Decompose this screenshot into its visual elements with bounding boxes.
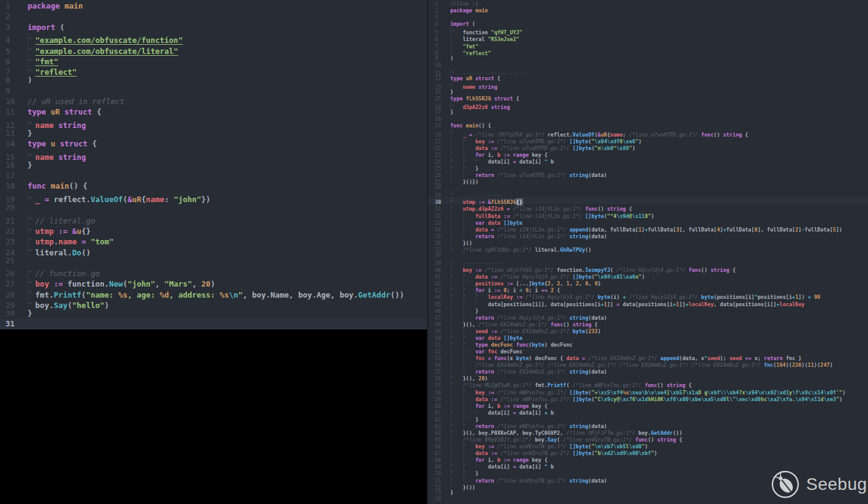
code-line[interactable]: 64→}(), boy.P0XKoCAP, boy.TyC0GVP2, /*li…	[428, 428, 868, 435]
code-line[interactable]: 24→→→data[i] = data[i] ^ b	[428, 157, 868, 164]
code-line[interactable]: 58→→key := /*line mNPie7nu.go:1*/ []byte…	[428, 387, 868, 394]
code-line[interactable]: 69→→→data[i] = data[i] ^ b	[428, 462, 868, 468]
code-line[interactable]: 61→→→data[i] = data[i] + b	[428, 408, 868, 415]
code-line[interactable]: 3	[428, 14, 868, 21]
code-line[interactable]: 51→→type decFunc func(byte) decFunc	[428, 340, 868, 347]
code-line[interactable]: 55→→return /*line EX24m0sZ.go:1*/ string…	[428, 367, 868, 374]
code-line[interactable]: 47→→return /*line HqiylUj4.go:1*/ string…	[428, 313, 868, 320]
code-line[interactable]: 42→→positions := [...]byte{2, 2, 1, 2, 0…	[428, 279, 868, 285]
code-line[interactable]: 45→→→data[positions[i]], data[positions[…	[428, 299, 868, 306]
code-line[interactable]: 39→·············	[428, 258, 868, 265]
code-line[interactable]: 30}	[0, 308, 427, 318]
code-line[interactable]: 13→name string	[428, 82, 868, 89]
code-line[interactable]: 26→→return /*line u7voHTPD.go:1*/ string…	[428, 170, 868, 177]
code-line[interactable]: 14type u struct {	[0, 138, 427, 149]
code-line[interactable]: 4→"example.com/obfuscate/function"	[0, 32, 427, 43]
code-line[interactable]: 4import (	[428, 21, 868, 28]
code-line[interactable]: 5→function "qfHT_UYJ"	[428, 28, 868, 34]
code-line[interactable]: 21→// literal.go	[0, 213, 427, 223]
code-line[interactable]: 10// uR used in reflect	[0, 96, 427, 107]
code-line[interactable]: 59→→data := /*line mNPie7nu.go:1*/ []byt…	[428, 394, 868, 401]
code-line[interactable]: 50→→var data []byte	[428, 333, 868, 340]
code-line[interactable]: 67→→data := /*line onVQroTN.go:1*/ []byt…	[428, 448, 868, 455]
code-line[interactable]: 31→utmp.d3pAZ2z6 = /*line i14jYL3x.go:1*…	[428, 204, 868, 211]
code-line[interactable]: 33→→var data []byte	[428, 218, 868, 225]
code-line[interactable]: 20→_ = /*line lM7Fp29X.go:1*/ reflect.Va…	[428, 129, 868, 136]
code-line[interactable]: 25	[0, 255, 427, 266]
code-line[interactable]: 16}	[0, 160, 427, 170]
code-line[interactable]: 49→→seed := /*line EX24m0sZ.go:1*/ byte(…	[428, 326, 868, 333]
code-line[interactable]: 46→→}	[428, 306, 868, 313]
code-line[interactable]: 35→→return /*line i14jYL3x.go:1*/ string…	[428, 231, 868, 238]
code-line[interactable]: 11→····················	[428, 69, 868, 75]
code-line[interactable]: 60→→for i, b := range key {	[428, 401, 868, 408]
code-line-current[interactable]: 31	[0, 318, 427, 329]
code-line[interactable]: 16→d3pAZ2z6 string	[428, 102, 868, 109]
code-line[interactable]: 41→→data := /*line HqiylUj4.go:1*/ []byt…	[428, 272, 868, 279]
code-line[interactable]: 18	[428, 116, 868, 122]
code-line[interactable]: 28→fmt.Printf("name: %s, age: %d, addres…	[0, 287, 427, 297]
source-code-editor-panel[interactable]: 1package main23import (4→"example.com/ob…	[0, 0, 427, 329]
code-line[interactable]: 48→}(), /*line EX24m0sZ.go:1*/ func() st…	[428, 320, 868, 326]
code-line[interactable]: 2package main	[428, 7, 868, 14]
code-line[interactable]: 2	[0, 11, 427, 21]
code-line[interactable]: 19func main() {	[428, 122, 868, 129]
code-line[interactable]: 15→name string	[0, 149, 427, 159]
code-line[interactable]: 22→→data := /*line u7voHTPD.go:1*/ []byt…	[428, 143, 868, 150]
code-line[interactable]: 26→// function.go	[0, 266, 427, 276]
code-line[interactable]: 27→boy := function.New("john", "Mars", 2…	[0, 276, 427, 287]
code-line[interactable]: 19→_ = reflect.ValueOf(&uR{name: "john"}…	[0, 192, 427, 202]
code-line[interactable]: 29→·············	[428, 190, 868, 197]
code-line[interactable]: 56→}(), 20)	[428, 374, 868, 380]
code-line[interactable]: 13}	[0, 128, 427, 138]
code-line[interactable]: 23→→for i, b := range key {	[428, 150, 868, 157]
code-line[interactable]: 12→name string	[0, 117, 427, 127]
code-line[interactable]: 20	[0, 202, 427, 213]
code-line[interactable]: 24→literal.Do()	[0, 244, 427, 255]
code-line[interactable]: 10	[428, 62, 868, 69]
code-line[interactable]: 8→"reflect"	[428, 48, 868, 55]
code-line[interactable]: 17}	[428, 109, 868, 116]
code-line[interactable]: 25→→}	[428, 164, 868, 170]
code-line[interactable]: 1//line :1	[428, 1, 868, 7]
code-line[interactable]: 3import (	[0, 22, 427, 32]
code-line[interactable]: 37→/*line sgRCtQ0z.go:1*/ literal.GhRwTP…	[428, 245, 868, 252]
code-line[interactable]: 34→→data = /*line i14jYL3x.go:1*/ append…	[428, 225, 868, 231]
code-line[interactable]: 68→→for i, b := range key {	[428, 455, 868, 462]
code-line[interactable]: 1package main	[0, 1, 427, 11]
code-line[interactable]: 43→→for i := 0; i < 6; i += 2 {	[428, 285, 868, 292]
code-line[interactable]: 12type uR struct {	[428, 75, 868, 82]
code-line[interactable]: 7→"fmt"	[428, 41, 868, 48]
code-line[interactable]: 65→/*line BRqV30Jf.go:1*/ boy.Say( /*lin…	[428, 435, 868, 442]
code-line[interactable]: 54→→/*line EX24m0sZ.go:1*/ /*line EX24m0…	[428, 360, 868, 367]
code-line[interactable]: 15type fLhS5RJG struct {	[428, 96, 868, 102]
code-line[interactable]: 11type uR struct {	[0, 107, 427, 117]
code-line[interactable]: 38	[428, 252, 868, 258]
code-line[interactable]: 23→utmp.name = "tom"	[0, 234, 427, 244]
code-line[interactable]: 9)	[428, 55, 868, 62]
code-line[interactable]: 21→→key := /*line u7voHTPD.go:1*/ []byte…	[428, 137, 868, 143]
code-line[interactable]: 7→"reflect"	[0, 64, 427, 75]
code-line[interactable]: 40→boy := /*line U6jS7t6S.go:1*/ functio…	[428, 265, 868, 272]
code-line[interactable]: 5→"example.com/obfuscate/literal"	[0, 43, 427, 53]
code-line[interactable]: 44→→→localKey := /*line HqiylUj4.go:1*/ …	[428, 292, 868, 299]
code-line[interactable]: 9	[0, 86, 427, 96]
code-line[interactable]: 17	[0, 170, 427, 181]
code-line-current[interactable]: 30→utmp := &fLhS5RJG{}	[428, 197, 868, 204]
code-line[interactable]: 63→→return /*line mNPie7nu.go:1*/ string…	[428, 421, 868, 428]
code-line[interactable]: 6→"fmt"	[0, 54, 427, 64]
code-line[interactable]: 52→→var fnc decFunc	[428, 347, 868, 353]
code-line[interactable]: 22→utmp := &u{}	[0, 224, 427, 234]
code-line[interactable]: 18func main() {	[0, 181, 427, 191]
code-line[interactable]: 14}	[428, 89, 868, 96]
code-line[interactable]: 66→→key := /*line onVQroTN.go:1*/ []byte…	[428, 442, 868, 448]
code-line[interactable]: 29→boy.Say("hello")	[0, 298, 427, 308]
code-line[interactable]: 8)	[0, 75, 427, 85]
code-line[interactable]: 6→literal "R53eJse2"	[428, 34, 868, 41]
code-line[interactable]: 27→}()})	[428, 177, 868, 184]
code-line[interactable]: 62→→}	[428, 415, 868, 421]
obfuscated-code-editor-panel[interactable]: 1//line :12package main34import (5→funct…	[427, 0, 868, 504]
code-line[interactable]: 28	[428, 184, 868, 190]
code-line[interactable]: 53→→fnc = func(x byte) decFunc { data = …	[428, 353, 868, 360]
code-line[interactable]: 57→/*line MLQgR5wM.go:1*/ fmt.Printf( /*…	[428, 380, 868, 387]
